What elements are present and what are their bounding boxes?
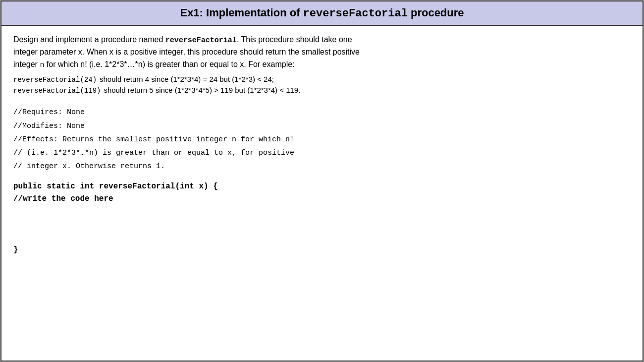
title-bar: Ex1: Implementation of reverseFactorial … (0, 0, 644, 26)
comment-effects-2: // (i.e. 1*2*3*…*n) is greater than or e… (13, 147, 631, 159)
example1-desc: should return 4 since (1*2*3*4) = 24 but… (100, 75, 274, 83)
code-closing-brace: } (13, 245, 631, 254)
comment-effects-3: // integer x. Otherwise returns 1. (13, 161, 631, 172)
example-line-2: reverseFactorial(119) should return 5 si… (13, 86, 631, 95)
desc-procedure-name: reverseFactorial (165, 36, 237, 45)
example2-func: reverseFactorial(119) (13, 87, 101, 95)
desc-line1-suffix: . This procedure should take one (237, 35, 352, 44)
example1-func: reverseFactorial(24) (13, 76, 97, 84)
example2-desc: should return 5 since (1*2*3*4*5) > 119 … (104, 86, 300, 94)
comment-modifies: //Modifies: None (13, 121, 631, 132)
desc-line2: integer parameter x. When x is a positiv… (13, 48, 360, 56)
code-block: public static int reverseFactorial(int x… (13, 181, 631, 206)
desc-line3-prefix: integer (13, 60, 40, 68)
desc-line1-prefix: Design and implement a procedure named (13, 35, 165, 44)
spacer-1 (13, 97, 631, 107)
title-function-name: reverseFactorial (303, 7, 408, 20)
title-suffix: procedure (408, 6, 464, 19)
page-container: Ex1: Implementation of reverseFactorial … (0, 0, 644, 362)
comment-effects-1: //Effects: Returns the smallest positive… (13, 134, 631, 145)
code-body: //write the code here (13, 193, 631, 206)
desc-line3-suffix: for which n! (i.e. 1*2*3*…*n) is greater… (44, 60, 294, 68)
example-line-1: reverseFactorial(24) should return 4 sin… (13, 75, 631, 84)
comment-requires: //Requires: None (13, 107, 631, 118)
title-prefix: Ex1: Implementation of (180, 6, 303, 19)
description-paragraph: Design and implement a procedure named r… (13, 34, 631, 71)
content-area: Design and implement a procedure named r… (0, 26, 644, 362)
code-signature: public static int reverseFactorial(int x… (13, 181, 631, 193)
